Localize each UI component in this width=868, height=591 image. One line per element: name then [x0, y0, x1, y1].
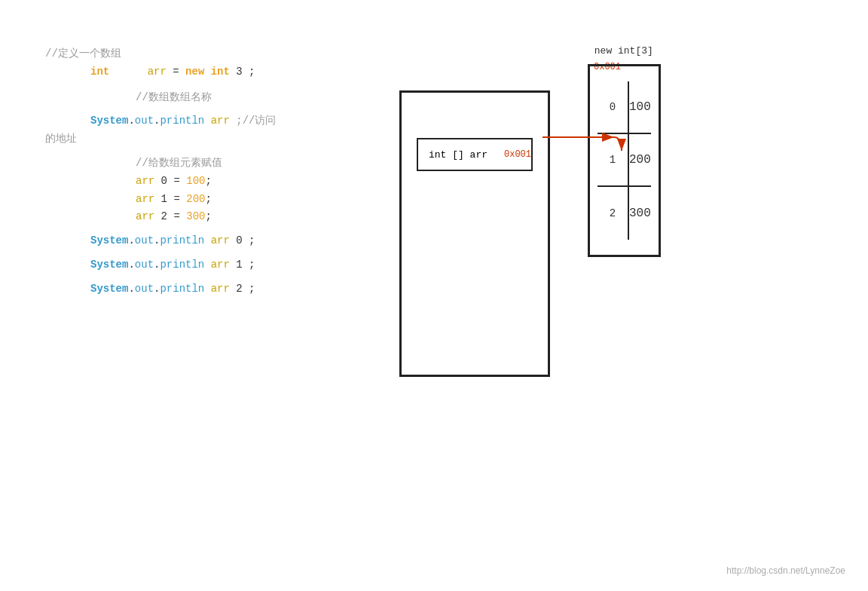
line-int-arr: int arr = new int 3 ;: [45, 63, 369, 81]
heap-row-2: 2 300: [598, 187, 651, 240]
stack-type: int [] arr: [429, 149, 487, 161]
heap-index-1: 1: [598, 154, 628, 166]
diagram-container: int [] arr 0x001 new int[3] 0x001 0 100 …: [399, 45, 661, 377]
heap-cell-0: 100: [628, 81, 651, 133]
watermark: http://blog.csdn.net/LynneZoe: [726, 565, 845, 576]
main-content: //定义一个数组 int arr = new int 3 ; //数组数组名称 …: [0, 0, 868, 407]
spacer3: [45, 149, 369, 155]
spacer5: [45, 250, 369, 256]
heap-outer-box: 0 100 1 200 2 300: [588, 64, 661, 257]
heap-row-1: 1 200: [598, 134, 651, 187]
spacer2: [45, 106, 369, 112]
spacer1: [45, 81, 369, 89]
heap-wrapper: new int[3] 0x001 0 100 1 200 2 300: [588, 45, 661, 257]
line-system1: System.out.println arr ;//访问: [45, 112, 369, 130]
spacer6: [45, 274, 369, 280]
stack-box: int [] arr 0x001: [399, 90, 550, 377]
comment-assign: //给数组元素赋值: [45, 155, 369, 173]
line-comment-addr: 的地址: [45, 130, 369, 149]
line-system2: System.out.println arr 0 ;: [45, 232, 369, 250]
line-system3: System.out.println arr 1 ;: [45, 256, 369, 274]
heap-cell-2: 300: [628, 187, 651, 240]
line-arr2: arr 2 = 300;: [45, 208, 369, 226]
heap-row-0: 0 100: [598, 81, 651, 134]
stack-addr-value: 0x001: [504, 149, 531, 160]
heap-index-0: 0: [598, 101, 628, 113]
heap-cell-1: 200: [628, 134, 651, 185]
stack-cell: int [] arr 0x001: [417, 138, 533, 171]
comment-define: //定义一个数组: [45, 45, 369, 63]
heap-index-2: 2: [598, 207, 628, 219]
line-arr0: arr 0 = 100;: [45, 173, 369, 191]
code-panel: //定义一个数组 int arr = new int 3 ; //数组数组名称 …: [45, 30, 369, 377]
heap-title: new int[3]: [588, 45, 661, 57]
spacer4: [45, 226, 369, 232]
comment-name: //数组数组名称: [45, 89, 369, 107]
line-arr1: arr 1 = 200;: [45, 191, 369, 209]
line-system4: System.out.println arr 2 ;: [45, 280, 369, 299]
